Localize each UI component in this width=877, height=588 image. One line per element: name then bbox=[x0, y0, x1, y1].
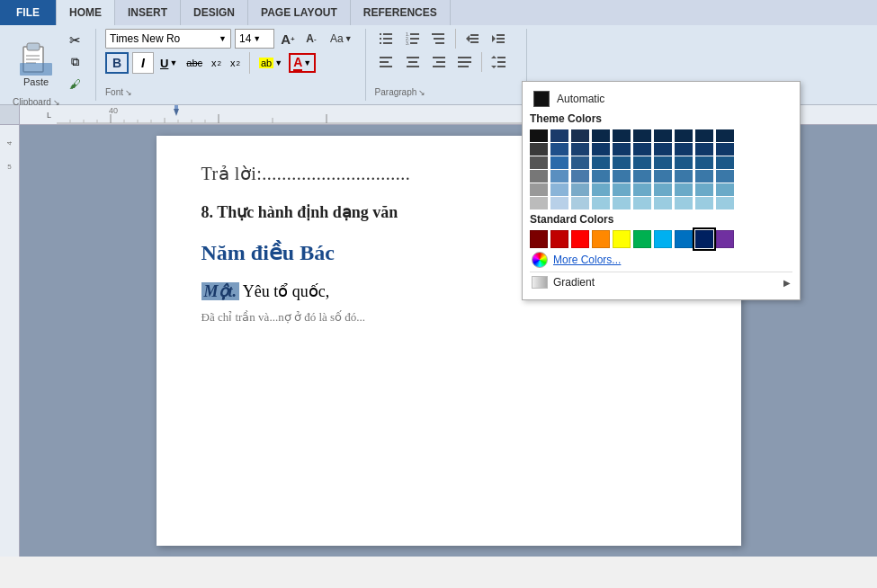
theme-swatch-6-3[interactable] bbox=[654, 170, 672, 183]
theme-swatch-0-2[interactable] bbox=[530, 156, 548, 169]
theme-swatch-7-2[interactable] bbox=[675, 156, 693, 169]
justify-button[interactable] bbox=[453, 52, 477, 72]
theme-swatch-9-1[interactable] bbox=[716, 143, 734, 156]
numbering-button[interactable]: 1. 2. 3. bbox=[401, 29, 425, 49]
gradient-option[interactable]: Gradient ▶ bbox=[530, 272, 792, 292]
theme-swatch-8-5[interactable] bbox=[695, 197, 713, 209]
theme-swatch-1-3[interactable] bbox=[550, 170, 568, 183]
font-dialog-launcher[interactable]: ↘ bbox=[125, 88, 132, 97]
strikethrough-button[interactable]: abc bbox=[183, 53, 205, 73]
theme-swatch-5-4[interactable] bbox=[633, 183, 651, 196]
standard-swatch-3[interactable] bbox=[592, 230, 610, 248]
multilevel-list-button[interactable] bbox=[427, 29, 451, 49]
theme-swatch-3-4[interactable] bbox=[592, 183, 610, 196]
standard-swatch-8[interactable] bbox=[695, 230, 713, 248]
theme-swatch-2-3[interactable] bbox=[571, 170, 589, 183]
theme-swatch-0-0[interactable] bbox=[530, 129, 548, 142]
theme-swatch-2-1[interactable] bbox=[571, 143, 589, 156]
theme-swatch-7-4[interactable] bbox=[675, 183, 693, 196]
italic-button[interactable]: I bbox=[132, 52, 154, 74]
tab-insert[interactable]: INSERT bbox=[115, 0, 181, 25]
theme-swatch-2-2[interactable] bbox=[571, 156, 589, 169]
tab-file[interactable]: FILE bbox=[0, 0, 57, 25]
theme-swatch-0-5[interactable] bbox=[530, 197, 548, 209]
underline-button[interactable]: U ▼ bbox=[157, 53, 180, 73]
theme-swatch-7-0[interactable] bbox=[675, 129, 693, 142]
standard-swatch-0[interactable] bbox=[530, 230, 548, 248]
copy-button[interactable]: ⧉ bbox=[63, 52, 86, 72]
theme-swatch-7-5[interactable] bbox=[675, 197, 693, 209]
theme-swatch-1-5[interactable] bbox=[550, 197, 568, 209]
theme-swatch-8-0[interactable] bbox=[695, 129, 713, 142]
highlight-color-button[interactable]: ab ▼ bbox=[256, 53, 285, 73]
theme-swatch-8-3[interactable] bbox=[695, 170, 713, 183]
font-name-select[interactable]: Times New Ro ▼ bbox=[105, 29, 231, 49]
more-colors-option[interactable]: More Colors... bbox=[530, 248, 792, 272]
tab-references[interactable]: REFERENCES bbox=[351, 0, 451, 25]
theme-swatch-5-1[interactable] bbox=[633, 143, 651, 156]
theme-swatch-1-2[interactable] bbox=[550, 156, 568, 169]
theme-swatch-7-1[interactable] bbox=[675, 143, 693, 156]
theme-swatch-6-0[interactable] bbox=[654, 129, 672, 142]
theme-swatch-3-5[interactable] bbox=[592, 197, 610, 209]
standard-swatch-5[interactable] bbox=[633, 230, 651, 248]
tab-pagelayout[interactable]: PAGE LAYOUT bbox=[248, 0, 351, 25]
bold-button[interactable]: B bbox=[105, 52, 129, 74]
font-color-button[interactable]: A ▼ bbox=[289, 53, 316, 73]
theme-swatch-6-2[interactable] bbox=[654, 156, 672, 169]
theme-swatch-6-1[interactable] bbox=[654, 143, 672, 156]
superscript-button[interactable]: x2 bbox=[228, 53, 243, 73]
change-case-button[interactable]: Aa ▼ bbox=[325, 31, 358, 46]
theme-swatch-0-4[interactable] bbox=[530, 183, 548, 196]
font-size-select[interactable]: 14 ▼ bbox=[235, 29, 274, 49]
tab-design[interactable]: DESIGN bbox=[181, 0, 248, 25]
theme-swatch-4-4[interactable] bbox=[613, 183, 631, 196]
theme-swatch-1-4[interactable] bbox=[550, 183, 568, 196]
theme-swatch-4-5[interactable] bbox=[613, 197, 631, 209]
decrease-indent-button[interactable] bbox=[461, 29, 484, 49]
format-painter-button[interactable]: 🖌 bbox=[63, 74, 86, 94]
line-spacing-button[interactable] bbox=[487, 52, 510, 72]
theme-swatch-3-2[interactable] bbox=[592, 156, 610, 169]
theme-swatch-8-1[interactable] bbox=[695, 143, 713, 156]
grow-font-button[interactable]: A+ bbox=[278, 29, 298, 49]
theme-swatch-9-2[interactable] bbox=[716, 156, 734, 169]
standard-swatch-9[interactable] bbox=[716, 230, 734, 248]
theme-swatch-2-0[interactable] bbox=[571, 129, 589, 142]
align-left-button[interactable] bbox=[375, 52, 398, 72]
theme-swatch-9-0[interactable] bbox=[716, 129, 734, 142]
theme-swatch-9-3[interactable] bbox=[716, 170, 734, 183]
theme-swatch-8-4[interactable] bbox=[695, 183, 713, 196]
theme-swatch-3-3[interactable] bbox=[592, 170, 610, 183]
theme-swatch-2-4[interactable] bbox=[571, 183, 589, 196]
align-center-button[interactable] bbox=[401, 52, 425, 72]
theme-swatch-4-3[interactable] bbox=[613, 170, 631, 183]
theme-swatch-5-2[interactable] bbox=[633, 156, 651, 169]
tab-home[interactable]: HOME bbox=[57, 0, 115, 25]
theme-swatch-6-5[interactable] bbox=[654, 197, 672, 209]
theme-swatch-4-0[interactable] bbox=[613, 129, 631, 142]
automatic-color-option[interactable]: Automatic bbox=[530, 89, 792, 109]
theme-swatch-6-4[interactable] bbox=[654, 183, 672, 196]
theme-swatch-5-0[interactable] bbox=[633, 129, 651, 142]
theme-swatch-0-3[interactable] bbox=[530, 170, 548, 183]
standard-swatch-7[interactable] bbox=[675, 230, 693, 248]
theme-swatch-2-5[interactable] bbox=[571, 197, 589, 209]
standard-swatch-1[interactable] bbox=[550, 230, 568, 248]
theme-swatch-9-5[interactable] bbox=[716, 197, 734, 209]
theme-swatch-7-3[interactable] bbox=[675, 170, 693, 183]
theme-swatch-8-2[interactable] bbox=[695, 156, 713, 169]
theme-swatch-4-1[interactable] bbox=[613, 143, 631, 156]
subscript-button[interactable]: x2 bbox=[209, 53, 224, 73]
align-right-button[interactable] bbox=[427, 52, 451, 72]
paste-button[interactable]: Paste bbox=[13, 34, 59, 91]
standard-swatch-4[interactable] bbox=[613, 230, 631, 248]
paragraph-dialog-launcher[interactable]: ↘ bbox=[418, 88, 425, 97]
theme-swatch-0-1[interactable] bbox=[530, 143, 548, 156]
theme-swatch-5-5[interactable] bbox=[633, 197, 651, 209]
theme-swatch-5-3[interactable] bbox=[633, 170, 651, 183]
bullets-button[interactable] bbox=[375, 29, 398, 49]
theme-swatch-3-1[interactable] bbox=[592, 143, 610, 156]
theme-swatch-1-1[interactable] bbox=[550, 143, 568, 156]
theme-swatch-1-0[interactable] bbox=[550, 129, 568, 142]
